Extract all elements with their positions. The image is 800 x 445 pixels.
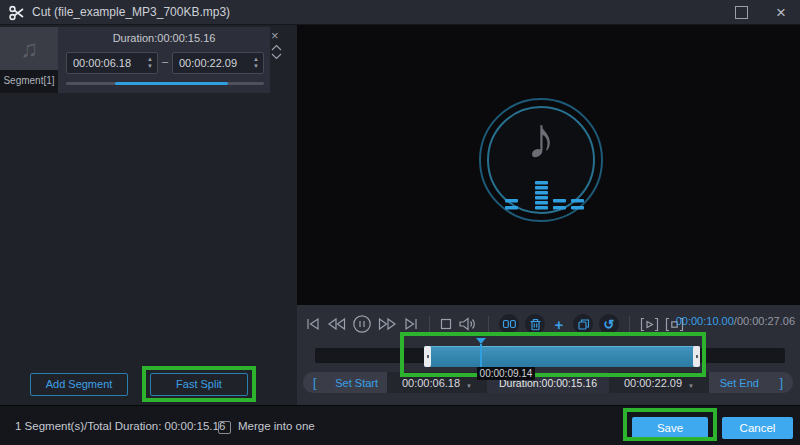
divider: [488, 316, 489, 332]
segment-end-value[interactable]: 00:00:22.09: [173, 57, 249, 69]
trim-end-value[interactable]: 00:00:22.09: [624, 377, 682, 389]
spin-down-icon[interactable]: ▼: [253, 63, 259, 70]
set-end-button[interactable]: Set End: [709, 377, 770, 389]
trim-settings-bar: [ Set Start 00:00:06.18 ▼ Duration:00:00…: [303, 372, 793, 393]
playhead-line: [480, 344, 482, 367]
pause-icon[interactable]: [352, 314, 372, 334]
segment-duration-label: Duration:00:00:15.16: [58, 32, 270, 44]
cancel-button[interactable]: Cancel: [722, 417, 793, 439]
maximize-icon[interactable]: [735, 6, 748, 19]
timeline-selection[interactable]: [424, 346, 700, 367]
fast-split-button[interactable]: Fast Split: [150, 373, 248, 396]
elapsed-time: 00:00:10.00: [676, 315, 734, 327]
chevron-down-icon[interactable]: [271, 53, 282, 60]
selection-start-handle[interactable]: [424, 346, 431, 367]
spin-up-icon[interactable]: ▲: [253, 56, 259, 63]
segment-list-panel: ♫ Segment[1] Duration:00:00:15.16 00:00:…: [0, 25, 297, 405]
segment-range-bar[interactable]: [66, 82, 264, 85]
segment-end-time-spinner[interactable]: 00:00:22.09 ▲ ▼: [172, 52, 264, 74]
total-time: /00:00:27.06: [734, 315, 795, 327]
playhead-tooltip: 00:00:09.14: [477, 367, 535, 380]
segment-start-time-spinner[interactable]: 00:00:06.18 ▲ ▼: [66, 52, 158, 74]
segment-start-value[interactable]: 00:00:06.18: [67, 57, 143, 69]
split-segment-icon[interactable]: [499, 314, 519, 334]
reset-icon[interactable]: ↺: [599, 314, 619, 334]
segment-remove-icon[interactable]: ×: [271, 28, 279, 43]
rewind-icon[interactable]: [327, 317, 346, 331]
cut-dialog-window: Cut (file_example_MP3_700KB.mp3) × ♫ Seg…: [0, 0, 800, 445]
scissors-icon: [8, 4, 26, 22]
merge-checkbox[interactable]: [218, 421, 231, 434]
spin-up-icon[interactable]: ▲: [147, 56, 153, 63]
add-segment-button[interactable]: Add Segment: [30, 373, 128, 396]
music-note-icon: ♫: [20, 35, 38, 62]
segment-editor-card: Duration:00:00:15.16 00:00:06.18 ▲ ▼ – 0…: [58, 27, 270, 93]
window-title: Cut (file_example_MP3_700KB.mp3): [32, 0, 230, 25]
dropdown-arrow-icon[interactable]: ▼: [466, 383, 472, 389]
trim-end-field[interactable]: 00:00:22.09 ▼: [609, 372, 709, 393]
selection-end-handle[interactable]: [693, 346, 700, 367]
set-start-button[interactable]: Set Start: [326, 377, 387, 389]
skip-to-start-icon[interactable]: [305, 317, 321, 331]
chevron-up-icon[interactable]: [271, 44, 282, 51]
start-bracket: [: [303, 376, 326, 390]
volume-icon[interactable]: [458, 316, 478, 332]
segment-reorder-controls: [271, 44, 282, 60]
end-bracket: ]: [770, 376, 793, 390]
segment-thumbnail[interactable]: ♫: [0, 27, 58, 70]
divider: [429, 316, 430, 332]
range-dash: –: [158, 55, 172, 67]
status-bar: 1 Segment(s)/Total Duration: 00:00:15.16…: [0, 405, 800, 445]
playback-timecode: 00:00:10.00/00:00:27.06: [676, 315, 795, 327]
save-button[interactable]: Save: [632, 417, 708, 439]
segment-label: Segment[1]: [0, 75, 58, 86]
divider: [629, 316, 630, 332]
copy-segment-icon[interactable]: [573, 314, 593, 334]
spin-down-icon[interactable]: ▼: [147, 63, 153, 70]
add-segment-icon[interactable]: +: [551, 316, 567, 333]
equalizer-icon: [503, 181, 587, 211]
spinner-arrows[interactable]: ▲ ▼: [143, 56, 157, 70]
fast-forward-icon[interactable]: [378, 317, 397, 331]
segment-range-fill: [115, 82, 228, 85]
trim-start-value[interactable]: 00:00:06.18: [402, 377, 460, 389]
trim-start-field[interactable]: 00:00:06.18 ▼: [387, 372, 487, 393]
spinner-arrows[interactable]: ▲ ▼: [249, 56, 263, 70]
stop-icon[interactable]: [440, 318, 452, 330]
transport-bar: + ↺: [305, 312, 684, 336]
titlebar: Cut (file_example_MP3_700KB.mp3) ×: [0, 0, 800, 25]
music-note-icon: ♪: [501, 104, 581, 171]
delete-segment-icon[interactable]: [525, 314, 545, 334]
segment-summary: 1 Segment(s)/Total Duration: 00:00:15.16: [15, 406, 225, 445]
skip-to-end-icon[interactable]: [403, 317, 419, 331]
merge-label[interactable]: Merge into one: [238, 406, 315, 445]
play-section-icon[interactable]: [640, 317, 659, 332]
close-window-icon[interactable]: ×: [776, 1, 786, 24]
dropdown-arrow-icon[interactable]: ▼: [688, 383, 694, 389]
